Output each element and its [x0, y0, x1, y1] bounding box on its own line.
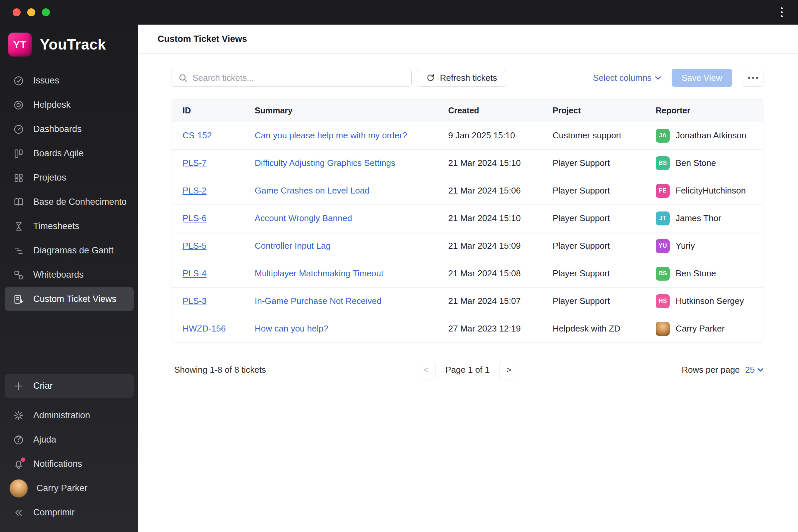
hourglass-icon	[13, 221, 25, 232]
reporter-avatar: HS	[656, 294, 670, 308]
ticket-project: Player Support	[541, 287, 644, 315]
reporter-name: James Thor	[676, 213, 721, 224]
tickets-table: ID Summary Created Project Reporter CS-1…	[172, 99, 763, 343]
main-content: Custom Ticket Views Refresh tickets	[138, 25, 798, 532]
traffic-lights	[13, 8, 50, 16]
previous-page-button[interactable]: <	[417, 361, 436, 379]
rows-per-page-value: 25	[745, 365, 755, 375]
ticket-created: 21 Mar 2024 15:10	[437, 205, 541, 232]
double-chevron-left-icon	[13, 507, 25, 519]
sidebar-item-timesheets[interactable]: Timesheets	[5, 214, 134, 239]
book-icon	[13, 196, 25, 208]
kebab-menu-icon[interactable]	[778, 5, 785, 20]
create-button-label: Criar	[33, 381, 53, 391]
sidebar-item-whiteboards[interactable]: Whiteboards	[5, 263, 134, 287]
sidebar-item-collapse[interactable]: Comprimir	[5, 500, 134, 525]
kanban-board-icon	[13, 148, 25, 159]
ticket-summary-link[interactable]: Difficulty Adjusting Graphics Settings	[255, 158, 395, 168]
ticket-summary-link[interactable]: How can you help?	[255, 324, 328, 334]
reporter-avatar: FE	[656, 184, 670, 198]
ticket-created: 21 Mar 2024 15:08	[437, 260, 541, 287]
ticket-id-link[interactable]: PLS-3	[183, 296, 207, 306]
search-box[interactable]	[172, 69, 412, 87]
column-header-id: ID	[172, 100, 243, 122]
ticket-id-link[interactable]: PLS-4	[183, 268, 207, 278]
sidebar-item-label: Timesheets	[33, 221, 79, 231]
create-button[interactable]: Criar	[5, 374, 134, 398]
refresh-tickets-button[interactable]: Refresh tickets	[417, 69, 506, 87]
sidebar-item-helpdesk[interactable]: Helpdesk	[5, 93, 134, 117]
help-circle-icon: ?	[13, 434, 25, 446]
ticket-id-link[interactable]: PLS-6	[183, 213, 207, 223]
ticket-project: Customer support	[541, 122, 644, 149]
gauge-icon	[13, 124, 25, 135]
rows-per-page-select[interactable]: 25	[745, 365, 763, 375]
sidebar-item-administration[interactable]: Administration	[5, 403, 134, 428]
sidebar-item-knowledge-base[interactable]: Base de Conhecimento	[5, 190, 134, 214]
ticket-id-link[interactable]: PLS-7	[183, 158, 207, 168]
ticket-summary-link[interactable]: Controller Input Lag	[255, 241, 330, 251]
sidebar-item-boards-agile[interactable]: Boards Agile	[5, 141, 134, 166]
ticket-id-link[interactable]: HWZD-156	[183, 324, 226, 334]
sidebar-item-label: Notifications	[33, 459, 82, 469]
column-header-project: Project	[541, 100, 644, 122]
ticket-summary-link[interactable]: In-Game Purchase Not Received	[255, 296, 382, 306]
sidebar-item-issues[interactable]: Issues	[5, 69, 134, 93]
app-title: YouTrack	[40, 36, 106, 53]
sidebar-nav: Issues Helpdesk Dashboards	[0, 69, 138, 311]
ticket-summary-link[interactable]: Game Crashes on Level Load	[255, 186, 369, 195]
sidebar-item-custom-ticket-views[interactable]: Custom Ticket Views	[5, 287, 134, 311]
minimize-window-button[interactable]	[27, 8, 35, 16]
pagination: < Page 1 of 1 >	[417, 361, 518, 379]
sidebar-item-label: Base de Conhecimento	[33, 197, 127, 207]
close-window-button[interactable]	[13, 8, 21, 16]
grid-icon	[13, 172, 25, 184]
ticket-project: Player Support	[541, 260, 644, 287]
titlebar	[0, 0, 798, 25]
reporter-avatar: JT	[656, 211, 670, 225]
table-row: PLS-3 In-Game Purchase Not Received 21 M…	[172, 287, 763, 315]
ticket-id-link[interactable]: PLS-5	[183, 241, 207, 251]
rows-per-page: Rows per page 25	[682, 365, 763, 375]
table-header-row: ID Summary Created Project Reporter	[172, 100, 763, 122]
select-columns-dropdown[interactable]: Select columns	[593, 73, 661, 83]
table-row: HWZD-156 How can you help? 27 Mar 2023 1…	[172, 315, 763, 342]
search-input[interactable]	[192, 73, 405, 83]
ticket-summary-link[interactable]: Account Wrongly Banned	[255, 213, 352, 223]
table-row: PLS-7 Difficulty Adjusting Graphics Sett…	[172, 149, 763, 177]
sidebar-item-projects[interactable]: Projetos	[5, 166, 134, 190]
plus-icon	[13, 380, 25, 392]
youtrack-logo-icon: YT	[8, 33, 32, 57]
save-view-button[interactable]: Save View	[672, 69, 732, 87]
ticket-created: 27 Mar 2023 12:19	[437, 315, 541, 342]
ticket-project: Player Support	[541, 205, 644, 232]
gear-icon	[13, 410, 25, 422]
ticket-id-link[interactable]: PLS-2	[183, 186, 207, 195]
reporter-name: Carry Parker	[676, 324, 724, 334]
reporter-avatar: YU	[656, 239, 670, 253]
sidebar-bottom: Criar Administration ? Ajuda	[0, 374, 138, 532]
more-options-button[interactable]	[743, 69, 763, 87]
sidebar-item-dashboards[interactable]: Dashboards	[5, 117, 134, 141]
ticket-summary-link[interactable]: Multiplayer Matchmaking Timeout	[255, 268, 383, 278]
sidebar-item-label: Projetos	[33, 173, 66, 183]
zoom-window-button[interactable]	[42, 8, 50, 16]
sidebar-item-notifications[interactable]: Notifications	[5, 452, 134, 476]
table-row: PLS-5 Controller Input Lag 21 Mar 2024 1…	[172, 232, 763, 260]
table-row: CS-152 Can you please help me with my or…	[172, 122, 763, 149]
ticket-summary-link[interactable]: Can you please help me with my order?	[255, 130, 407, 140]
gantt-chart-icon	[13, 245, 25, 257]
next-page-button[interactable]: >	[500, 361, 518, 379]
sidebar-item-gantt[interactable]: Diagramas de Gantt	[5, 239, 134, 263]
reporter-name: Jonathan Atkinson	[676, 130, 746, 141]
app-logo[interactable]: YT YouTrack	[0, 25, 138, 59]
sidebar-item-label: Boards Agile	[33, 148, 84, 158]
sidebar-item-help[interactable]: ? Ajuda	[5, 428, 134, 452]
page-indicator: Page 1 of 1	[445, 365, 490, 375]
ticket-id-link[interactable]: CS-152	[183, 130, 212, 140]
chevron-down-icon	[757, 368, 763, 372]
check-circle-icon	[13, 75, 25, 87]
sidebar-item-profile[interactable]: Carry Parker	[5, 476, 134, 500]
ticket-created: 21 Mar 2024 15:07	[437, 287, 541, 315]
reporter-avatar: BS	[656, 156, 670, 170]
